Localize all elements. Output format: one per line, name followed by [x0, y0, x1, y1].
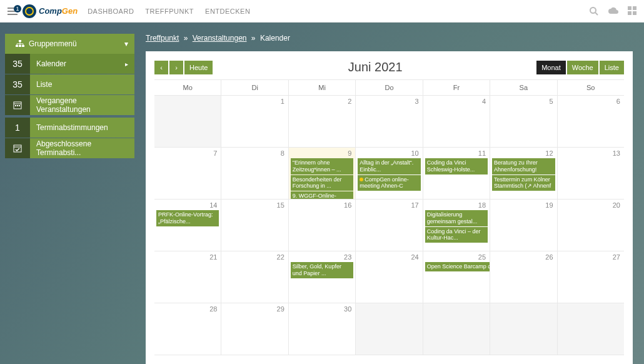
svg-rect-5 [19, 40, 21, 42]
calendar-cell[interactable]: 4 [423, 96, 490, 147]
view-list-button[interactable]: Liste [600, 61, 624, 74]
cloud-icon[interactable] [608, 6, 619, 16]
calendar-event[interactable]: Beratung zu Ihrer Ahnenforschung! [492, 158, 555, 174]
calendar-date: 19 [492, 201, 555, 210]
cal-next-button[interactable]: › [169, 61, 183, 74]
calendar-cell[interactable]: 29 [221, 303, 288, 355]
calendar-event[interactable]: Coding da Vinci Schleswig-Holste... [425, 158, 488, 174]
calendar-event[interactable]: CompGen online-meeting Ahnen-C [358, 175, 420, 191]
calendar-cell[interactable]: 19 [490, 200, 557, 251]
calendar-cell[interactable]: 10Alltag in der „Anstalt“. Einblic...Com… [356, 148, 423, 199]
calendar-event[interactable]: "Erinnern ohne Zeitzeug*innen – ... [291, 158, 353, 174]
calendar-date: 23 [291, 253, 353, 262]
calendar-event[interactable]: Besonderheiten der Forschung in ... [291, 175, 353, 191]
calendar-date: 4 [425, 98, 488, 106]
calendar-cell[interactable]: 7 [154, 148, 221, 199]
weekday-header: Mi [289, 80, 356, 95]
sidebar-item[interactable]: 35Kalender▸ [5, 54, 134, 74]
view-month-button[interactable]: Monat [536, 61, 566, 74]
calendar-cell[interactable]: 2 [289, 96, 356, 147]
calendar-cell[interactable]: 28 [154, 303, 221, 355]
weekday-header: Do [356, 80, 423, 95]
calendar-date: 16 [291, 201, 353, 210]
calendar-cell[interactable]: 9"Erinnern ohne Zeitzeug*innen – ...Beso… [289, 148, 356, 199]
breadcrumb-veranstaltungen[interactable]: Veranstaltungen [193, 34, 247, 43]
calendar-cell[interactable]: 11Coding da Vinci Schleswig-Holste... [423, 148, 490, 199]
cal-today-button[interactable]: Heute [184, 61, 213, 74]
svg-rect-10 [15, 105, 16, 106]
calendar-event[interactable]: 9. WGGF-Online-Mittwochstreffen [291, 191, 353, 199]
sidebar-group-label: Gruppenmenü [29, 39, 77, 48]
calendar-date [425, 305, 488, 306]
nav-entdecken[interactable]: ENTDECKEN [205, 8, 250, 15]
logo[interactable]: CompGen [23, 4, 78, 18]
top-nav: DASHBOARD TREFFPUNKT ENTDECKEN [88, 8, 250, 15]
calendar-cell[interactable]: 3 [356, 96, 423, 147]
calendar-date: 12 [492, 149, 555, 158]
calendar-cell[interactable]: 30 [289, 303, 356, 355]
calendar-cell[interactable]: 24 [356, 251, 423, 303]
calendar-cell[interactable]: 14PRFK-Online-Vortrag: „Pfälzische... [154, 200, 221, 251]
breadcrumb-treffpunkt[interactable]: Treffpunkt [146, 34, 179, 43]
calendar-event[interactable]: Testtermin zum Kölner Stammtisch (↗ Ahne… [492, 175, 555, 191]
calendar-cell[interactable] [356, 303, 423, 355]
calendar-cell[interactable] [154, 96, 221, 147]
main: Gruppenmenü ▾ 35Kalender▸35ListeVergange… [0, 23, 644, 364]
content: Treffpunkt » Veranstaltungen » Kalender … [134, 23, 644, 364]
calendar-date [358, 305, 420, 306]
nav-treffpunkt[interactable]: TREFFPUNKT [145, 8, 194, 15]
calendar-date: 22 [223, 253, 286, 262]
calendar-date: 3 [358, 98, 420, 106]
nav-dashboard[interactable]: DASHBOARD [88, 8, 134, 15]
calendar-cell[interactable]: 18Digitalisierung gemeinsam gestal...Cod… [423, 200, 490, 251]
svg-point-0 [590, 8, 596, 13]
sitemap-icon [11, 40, 29, 48]
calendar-cell[interactable]: 8 [221, 148, 288, 199]
calendar-date [492, 305, 555, 306]
sidebar-item-label: Vergangene Veranstaltungen [30, 95, 134, 115]
grid-icon[interactable] [628, 6, 636, 16]
calendar-cell[interactable]: 1 [221, 96, 288, 147]
calendar-cell[interactable]: 20 [558, 200, 624, 251]
calendar-cell[interactable]: 5 [490, 96, 557, 147]
sidebar-item-label: Kalender▸ [30, 54, 134, 74]
sidebar-item-label: Liste [30, 74, 134, 94]
calendar-date: 9 [291, 149, 353, 158]
sidebar-item[interactable]: 1Terminabstimmungen [5, 118, 134, 138]
calendar-cell[interactable]: 15 [221, 200, 288, 251]
calendar-cell[interactable]: 17 [356, 200, 423, 251]
calendar-cell[interactable]: 6 [558, 96, 624, 147]
sidebar-item[interactable]: 35Liste [5, 74, 134, 94]
calendar-grid: MoDiMiDoFrSaSo 123456789"Erinnern ohne Z… [154, 79, 624, 355]
calendar-event[interactable]: Alltag in der „Anstalt“. Einblic... [358, 158, 420, 174]
calendar-event[interactable]: PRFK-Online-Vortrag: „Pfälzische... [156, 210, 219, 226]
calendar-cell[interactable]: 25Open Science Barcamp des Leibniz... [423, 251, 490, 303]
cal-prev-button[interactable]: ‹ [154, 61, 168, 74]
view-week-button[interactable]: Woche [567, 61, 598, 74]
calendar-cell[interactable] [490, 303, 557, 355]
hamburger-menu[interactable]: 1 [8, 8, 18, 15]
calendar-event[interactable]: Open Science Barcamp des Leibniz... [425, 262, 490, 271]
svg-rect-3 [628, 11, 631, 15]
sidebar-item[interactable]: Abgeschlossene Terminabsti... [5, 138, 134, 158]
calendar-cell[interactable]: 16 [289, 200, 356, 251]
calendar-cell[interactable] [423, 303, 490, 355]
calendar-cell[interactable] [558, 303, 624, 355]
calendar-cell[interactable]: 27 [558, 251, 624, 303]
calendar-cell[interactable]: 26 [490, 251, 557, 303]
calendar-cell[interactable]: 12Beratung zu Ihrer Ahnenforschung!Testt… [490, 148, 557, 199]
calendar-cell[interactable]: 13 [558, 148, 624, 199]
event-dot-icon [360, 178, 363, 181]
breadcrumb-current: Kalender [260, 34, 290, 43]
sidebar-group-header[interactable]: Gruppenmenü ▾ [5, 34, 134, 54]
calendar-cell[interactable]: 21 [154, 251, 221, 303]
sidebar-item[interactable]: Vergangene Veranstaltungen [5, 95, 134, 115]
calendar-date: 17 [358, 201, 420, 210]
calendar-event[interactable]: Coding da Vinci – der Kultur-Hac... [425, 227, 488, 243]
calendar-cell[interactable]: 23Silber, Gold, Kupfer und Papier ... [289, 251, 356, 303]
calendar-event[interactable]: Silber, Gold, Kupfer und Papier ... [291, 262, 353, 278]
calendar-cell[interactable]: 22 [221, 251, 288, 303]
calendar-event[interactable]: Digitalisierung gemeinsam gestal... [425, 210, 488, 226]
search-icon[interactable] [589, 6, 599, 16]
chevron-right-icon: ▸ [125, 61, 128, 68]
